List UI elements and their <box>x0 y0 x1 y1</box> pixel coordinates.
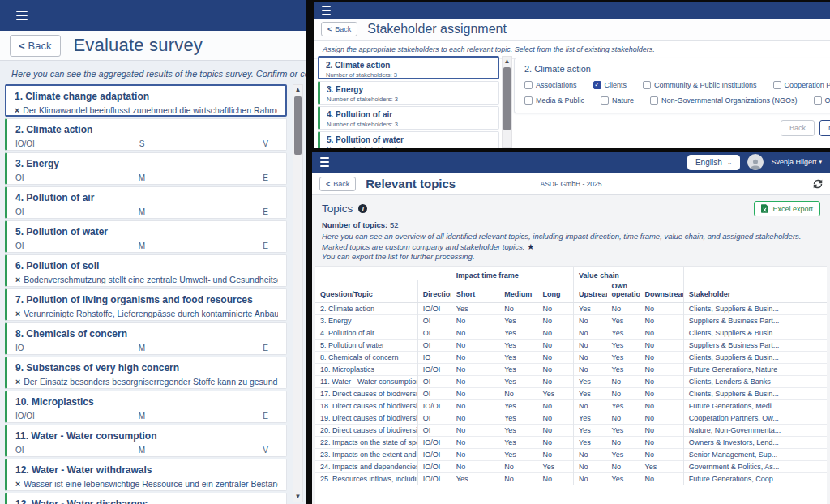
table-cell: No <box>640 352 684 364</box>
survey-topic-item[interactable]: 10. MicroplasticsIO/OIME <box>5 391 287 423</box>
table-cell: Yes <box>607 400 640 412</box>
survey-topic-item[interactable]: 7. Pollution of living organisms and foo… <box>5 288 287 321</box>
table-cell-topic: 22. Impacts on the state of species - Ex… <box>315 437 417 449</box>
chevron-left-icon: < <box>326 180 330 188</box>
stakeholder-topic-item[interactable]: 3. EnergyNumber of stakeholders: 3 <box>318 81 499 105</box>
table-row[interactable]: 23. Impacts on the extent and condition … <box>315 449 827 461</box>
table-cell: No <box>537 425 573 437</box>
topic-code: E <box>184 344 278 352</box>
table-row[interactable]: 11. Water - Water consumptionOINoYesNoYe… <box>315 376 827 388</box>
table-row[interactable]: 8. Chemicals of concernIONoYesNoNoYesNoC… <box>315 352 827 364</box>
scroll-up-icon[interactable]: ▲ <box>293 85 302 95</box>
survey-topic-item[interactable]: 5. Pollution of waterOIME <box>5 220 287 253</box>
table-cell: Yes <box>499 364 537 376</box>
survey-topic-item[interactable]: 12. Water - Water withdrawals×Wasser ist… <box>5 459 287 491</box>
topics-table-container: Impact time frameValue chainQuestion/Top… <box>315 266 827 504</box>
topic-code: IO/OI <box>15 412 100 421</box>
back-button[interactable]: < Back <box>10 35 61 57</box>
table-row[interactable]: 17. Direct causes of biodiversity loss -… <box>315 388 827 400</box>
survey-topic-item[interactable]: 9. Substances of very high concern×Der E… <box>5 357 287 389</box>
stakeholder-checkbox[interactable]: Associations <box>524 81 577 89</box>
excel-file-icon <box>761 204 768 213</box>
stakeholder-checkbox[interactable]: Owners & Investors <box>814 96 830 105</box>
excel-export-button[interactable]: Excel export <box>754 201 820 216</box>
table-cell: Yes <box>607 473 640 485</box>
table-row[interactable]: 4. Pollution of airOINoYesNoNoYesNoClien… <box>315 327 827 340</box>
scrollbar[interactable]: ▲ ▼ <box>293 84 303 502</box>
scrollbar-thumb[interactable] <box>503 67 511 130</box>
table-column-header: Direction <box>417 280 451 303</box>
table-cell: Yes <box>499 376 537 388</box>
chevron-down-icon: ⌄ <box>727 159 733 166</box>
table-row[interactable]: 18. Direct causes of biodiversity loss -… <box>315 400 827 412</box>
scrollbar[interactable]: ▲ <box>502 56 512 148</box>
table-row[interactable]: 2. Climate actionIO/OIYesNoNoYesNoNoClie… <box>315 303 827 315</box>
topic-code: M <box>100 446 184 455</box>
table-cell: No <box>640 315 684 327</box>
description-line-2: Marked topics are custom company and sta… <box>322 242 820 253</box>
page-subtitle: Here you can see the aggregated results … <box>0 61 306 83</box>
table-row[interactable]: 25. Resources inflows, including resourc… <box>315 473 827 485</box>
stakeholder-topic-item[interactable]: 5. Pollution of waterNumber of stakehold… <box>318 131 499 148</box>
stakeholder-checkbox[interactable]: Cooperation Partners <box>773 81 830 89</box>
stakeholder-checkbox[interactable]: Media & Public <box>524 96 584 105</box>
back-button[interactable]: < Back <box>321 22 357 36</box>
survey-topic-item[interactable]: 4. Pollution of airOIME <box>5 186 287 219</box>
wizard-back-button[interactable]: Back <box>781 120 815 136</box>
table-cell: IO/OI <box>417 400 451 412</box>
checkbox-label: Community & Public Institutions <box>654 81 757 89</box>
x-icon: × <box>15 377 20 387</box>
table-cell: OI <box>417 412 451 425</box>
stakeholder-count: Number of stakeholders: 3 <box>327 121 492 128</box>
menu-icon[interactable] <box>16 11 28 20</box>
table-cell: No <box>451 352 499 364</box>
table-cell: Yes <box>537 461 573 473</box>
scrollbar-thumb[interactable] <box>294 96 302 155</box>
stakeholder-topic-item[interactable]: 2. Climate actionNumber of stakeholders:… <box>318 56 499 79</box>
scroll-up-icon[interactable]: ▲ <box>503 57 511 66</box>
back-button[interactable]: < Back <box>319 177 356 191</box>
stakeholder-checkbox[interactable]: Nature <box>601 96 634 105</box>
table-cell: Yes <box>499 315 537 327</box>
avatar[interactable] <box>747 154 764 170</box>
wizard-next-button[interactable]: Next <box>819 120 830 136</box>
table-row[interactable]: 20. Direct causes of biodiversity loss -… <box>315 425 827 437</box>
checkbox-label: Associations <box>536 81 577 89</box>
language-selector[interactable]: English ⌄ <box>687 155 741 170</box>
user-menu[interactable]: Svenja Hilgert ▾ <box>771 158 822 166</box>
table-row[interactable]: 19. Direct causes of biodiversity loss -… <box>315 412 827 425</box>
stakeholder-topic-item[interactable]: 4. Pollution of airNumber of stakeholder… <box>318 106 499 130</box>
survey-topic-item[interactable]: 8. Chemicals of concernIOME <box>5 322 287 355</box>
table-cell: No <box>537 352 573 364</box>
table-row[interactable]: 10. MicroplasticsIO/OINoYesNoNoYesNoFutu… <box>315 364 827 376</box>
stakeholder-checkbox[interactable]: ✓Clients <box>593 81 627 89</box>
menu-icon[interactable] <box>320 157 329 167</box>
table-column-header: Question/Topic <box>315 280 417 303</box>
menu-icon[interactable] <box>322 6 331 15</box>
table-row[interactable]: 5. Pollution of waterOINoYesNoNoYesNoSup… <box>315 340 827 352</box>
refresh-icon[interactable] <box>813 179 823 189</box>
table-cell: No <box>574 327 607 340</box>
info-icon[interactable]: i <box>358 204 367 213</box>
stakeholder-checkbox[interactable]: Community & Public Institutions <box>643 81 757 89</box>
scroll-down-icon[interactable]: ▼ <box>293 492 302 502</box>
survey-topic-item[interactable]: 3. EnergyOIME <box>5 152 287 185</box>
table-cell: No <box>640 327 684 340</box>
table-cell: Nature, Non-Governmenta... <box>683 425 827 437</box>
table-row[interactable]: 24. Impacts and dependencies on the eco.… <box>315 461 827 473</box>
survey-topic-item[interactable]: 6. Pollution of soil×Bodenverschmutzung … <box>5 254 287 287</box>
stakeholder-checkbox[interactable]: Non-Governmental Organizations (NGOs) <box>650 96 798 105</box>
table-cell-topic: 2. Climate action <box>315 303 417 315</box>
topic-code: E <box>184 173 278 182</box>
survey-topic-item[interactable]: 1. Climate change adaptation×Der Klimawa… <box>5 84 287 117</box>
table-row[interactable]: 22. Impacts on the state of species - Ex… <box>315 437 827 449</box>
table-row[interactable]: 3. EnergyOINoYesNoNoYesNoSuppliers & Bus… <box>315 315 827 327</box>
survey-topic-item[interactable]: 11. Water - Water consumptionOIMV <box>5 425 287 457</box>
survey-topic-item[interactable]: 2. Climate actionIO/OISV <box>5 118 287 151</box>
checkbox-label: Non-Governmental Organizations (NGOs) <box>661 96 798 105</box>
survey-topic-item[interactable]: 13. Water - Water discharges <box>5 493 287 504</box>
table-cell: No <box>574 473 607 485</box>
table-cell: No <box>499 461 537 473</box>
table-cell-topic: 5. Pollution of water <box>315 340 417 352</box>
table-column-header: Medium <box>499 280 537 303</box>
